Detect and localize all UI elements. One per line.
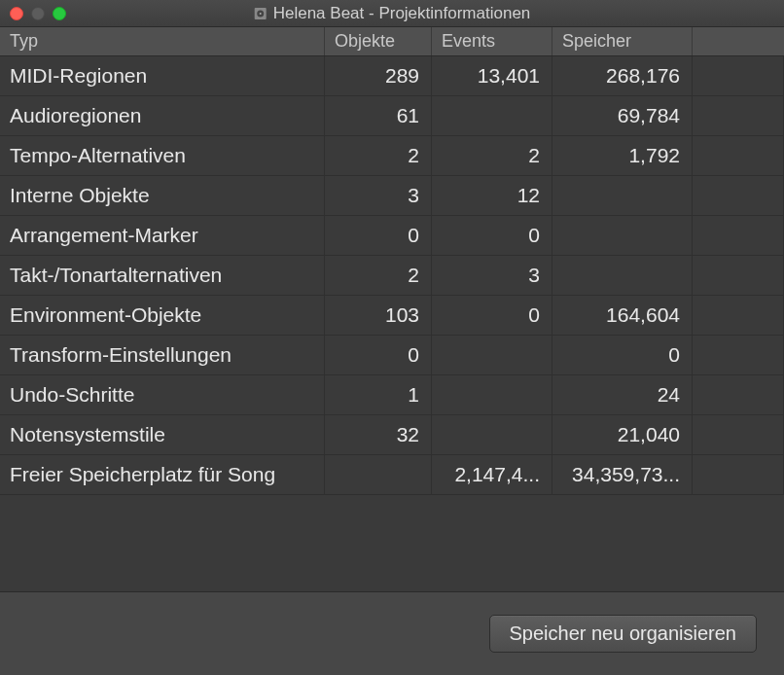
cell-typ: Takt-/Tonartalternativen: [0, 256, 325, 295]
cell-events: 3: [432, 256, 552, 295]
cell-extra: [693, 415, 784, 454]
cell-objekte: 0: [325, 336, 432, 374]
cell-extra: [693, 455, 784, 494]
cell-events: [432, 96, 552, 135]
cell-extra: [693, 256, 784, 295]
column-header-typ[interactable]: Typ: [0, 27, 325, 55]
cell-typ: Interne Objekte: [0, 176, 325, 215]
cell-events: 0: [432, 296, 552, 335]
footer: Speicher neu organisieren: [0, 591, 784, 675]
cell-extra: [693, 336, 784, 374]
cell-speicher: [552, 176, 693, 215]
window-title: Helena Beat - Projektinformationen: [254, 4, 531, 23]
cell-typ: Audioregionen: [0, 96, 325, 135]
cell-objekte: 3: [325, 176, 432, 215]
table-row[interactable]: Arrangement-Marker 0 0: [0, 216, 784, 256]
titlebar: Helena Beat - Projektinformationen: [0, 0, 784, 27]
table-row[interactable]: Takt-/Tonartalternativen 2 3: [0, 256, 784, 296]
cell-typ: MIDI-Regionen: [0, 56, 325, 95]
column-header-objekte[interactable]: Objekte: [325, 27, 432, 55]
svg-point-2: [260, 13, 262, 15]
cell-objekte: [325, 455, 432, 494]
table-row[interactable]: Tempo-Alternativen 2 2 1,792: [0, 136, 784, 176]
cell-speicher: 34,359,73...: [552, 455, 693, 494]
table-row[interactable]: Environment-Objekte 103 0 164,604: [0, 296, 784, 336]
column-header-extra: [693, 27, 784, 55]
cell-objekte: 0: [325, 216, 432, 255]
cell-typ: Tempo-Alternativen: [0, 136, 325, 175]
cell-extra: [693, 136, 784, 175]
cell-speicher: [552, 216, 693, 255]
cell-events: [432, 336, 552, 374]
table-row[interactable]: MIDI-Regionen 289 13,401 268,176: [0, 56, 784, 96]
cell-objekte: 32: [325, 415, 432, 454]
minimize-window-button[interactable]: [31, 7, 45, 20]
cell-extra: [693, 216, 784, 255]
cell-events: 2: [432, 136, 552, 175]
table-row[interactable]: Interne Objekte 3 12: [0, 176, 784, 216]
table-row[interactable]: Audioregionen 61 69,784: [0, 96, 784, 136]
cell-extra: [693, 96, 784, 135]
table-body: MIDI-Regionen 289 13,401 268,176 Audiore…: [0, 56, 784, 495]
table-row[interactable]: Freier Speicherplatz für Song 2,147,4...…: [0, 455, 784, 495]
traffic-lights: [10, 7, 66, 20]
cell-events: 0: [432, 216, 552, 255]
cell-speicher: 69,784: [552, 96, 693, 135]
window-title-text: Helena Beat - Projektinformationen: [273, 4, 531, 23]
cell-objekte: 2: [325, 136, 432, 175]
cell-typ: Arrangement-Marker: [0, 216, 325, 255]
cell-objekte: 289: [325, 56, 432, 95]
cell-speicher: 24: [552, 375, 693, 414]
table-row[interactable]: Notensystemstile 32 21,040: [0, 415, 784, 455]
cell-objekte: 1: [325, 375, 432, 414]
cell-typ: Environment-Objekte: [0, 296, 325, 335]
cell-extra: [693, 296, 784, 335]
column-header-speicher[interactable]: Speicher: [552, 27, 693, 55]
cell-extra: [693, 56, 784, 95]
cell-events: 2,147,4...: [432, 455, 552, 494]
cell-extra: [693, 375, 784, 414]
cell-objekte: 103: [325, 296, 432, 335]
cell-speicher: 268,176: [552, 56, 693, 95]
cell-speicher: [552, 256, 693, 295]
cell-objekte: 2: [325, 256, 432, 295]
cell-typ: Notensystemstile: [0, 415, 325, 454]
table-row[interactable]: Undo-Schritte 1 24: [0, 375, 784, 415]
table-header: Typ Objekte Events Speicher: [0, 27, 784, 56]
cell-speicher: 1,792: [552, 136, 693, 175]
zoom-window-button[interactable]: [53, 7, 66, 20]
table-empty-area: [0, 495, 784, 591]
cell-speicher: 164,604: [552, 296, 693, 335]
cell-objekte: 61: [325, 96, 432, 135]
close-window-button[interactable]: [10, 7, 23, 20]
cell-events: [432, 415, 552, 454]
table-row[interactable]: Transform-Einstellungen 0 0: [0, 336, 784, 375]
column-header-events[interactable]: Events: [432, 27, 552, 55]
cell-typ: Transform-Einstellungen: [0, 336, 325, 374]
cell-events: [432, 375, 552, 414]
reorganize-memory-button[interactable]: Speicher neu organisieren: [489, 615, 758, 653]
cell-events: 12: [432, 176, 552, 215]
cell-speicher: 21,040: [552, 415, 693, 454]
cell-speicher: 0: [552, 336, 693, 374]
cell-typ: Undo-Schritte: [0, 375, 325, 414]
cell-events: 13,401: [432, 56, 552, 95]
project-icon: [254, 7, 267, 20]
cell-typ: Freier Speicherplatz für Song: [0, 455, 325, 494]
cell-extra: [693, 176, 784, 215]
